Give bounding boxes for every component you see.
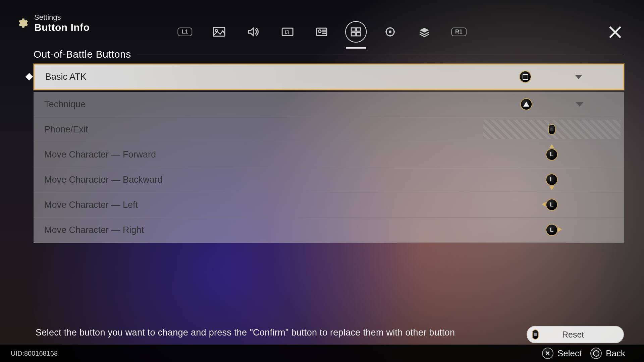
reset-label: Reset [562,330,584,340]
options-icon [548,124,555,135]
options-icon [532,329,539,340]
section-divider [137,56,624,56]
tab-account[interactable] [314,24,329,39]
reset-button[interactable]: Reset [527,326,624,343]
svg-rect-6 [351,28,355,31]
binding-value[interactable] [479,65,623,89]
section-header: Out-of-Battle Buttons [34,49,131,60]
footer-back-label: Back [606,348,625,359]
page-title: Button Info [34,22,90,33]
footer-actions: Select Back [542,348,625,359]
binding-row[interactable]: Technique [34,92,624,117]
footer-back[interactable]: Back [590,348,625,359]
binding-row[interactable]: Move Character — BackwardL [34,167,624,192]
footer-bar: UID:800168168 Select Back [0,345,644,362]
tab-layers[interactable] [417,24,432,39]
chevron-down-icon [576,102,583,107]
binding-label: Technique [44,99,480,110]
title-block: Settings Button Info [34,13,90,33]
tab-bar: L1 i3 R1 [177,24,467,39]
cross-icon [542,348,553,359]
footer-select-label: Select [557,348,582,359]
left-stick-down-icon: L [546,174,558,186]
svg-point-5 [318,30,321,33]
square-icon [519,71,531,83]
left-stick-left-icon: L [546,199,558,211]
bumper-left[interactable]: L1 [177,27,192,36]
binding-row[interactable]: Move Character — RightL [34,218,624,243]
binding-row[interactable]: Basic ATK [34,64,624,90]
hint-text: Select the button you want to change and… [36,327,455,338]
uid-text: UID:800168168 [11,350,58,357]
svg-text:i3: i3 [285,29,289,35]
footer-select[interactable]: Select [542,348,582,359]
binding-row[interactable]: Move Character — LeftL [34,192,624,218]
tab-other[interactable] [383,24,397,39]
binding-value: L [480,167,624,192]
binding-value [480,117,624,142]
binding-label: Move Character — Backward [44,175,480,185]
svg-rect-8 [351,33,355,36]
binding-label: Basic ATK [45,72,479,82]
gear-icon [16,17,28,29]
binding-label: Move Character — Left [44,200,480,210]
bumper-right[interactable]: R1 [451,27,467,36]
left-stick-up-icon: L [546,148,558,161]
tab-language[interactable]: i3 [280,24,295,39]
binding-value: L [480,142,624,167]
binding-value: L [480,192,624,217]
svg-point-11 [389,31,391,33]
tab-display[interactable] [212,24,226,39]
circle-icon [590,348,602,359]
tab-controls[interactable] [348,24,363,39]
svg-rect-9 [357,33,361,36]
binding-label: Phone/Exit [44,124,480,135]
svg-rect-7 [357,28,361,31]
binding-row[interactable]: Phone/Exit [34,117,624,142]
selection-marker-icon [25,73,33,81]
left-stick-right-icon: L [546,224,558,236]
binding-label: Move Character — Right [44,225,480,235]
binding-label: Move Character — Forward [44,149,480,160]
close-button[interactable] [608,25,623,40]
triangle-icon [520,98,532,110]
header: Settings Button Info L1 i3 R1 [0,9,644,37]
tab-audio[interactable] [246,24,261,39]
binding-value: L [480,218,624,242]
chevron-down-icon [575,75,582,79]
bindings-list: Basic ATKTechniquePhone/ExitMove Charact… [34,64,624,243]
binding-row[interactable]: Move Character — ForwardL [34,142,624,167]
title-category: Settings [34,13,90,22]
binding-value[interactable] [480,92,624,117]
